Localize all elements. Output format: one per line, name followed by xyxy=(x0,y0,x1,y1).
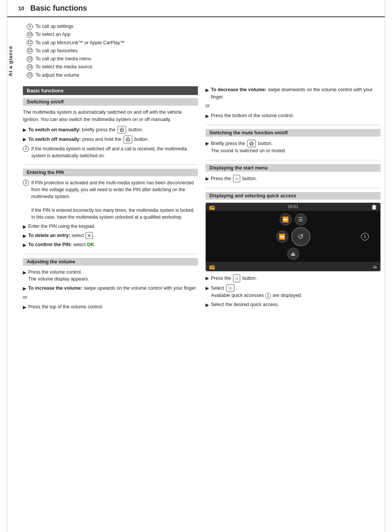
ctrl-btn-menu: ☰ xyxy=(295,213,307,226)
delete-entry-text: To delete an entry: select ✕. xyxy=(28,232,198,239)
mute-power-btn-icon: ⏻ xyxy=(247,140,256,148)
enter-pin-text: Enter the PIN using the keypad. xyxy=(28,223,198,230)
confirm-pin-bullet: ▶ To confirm the PIN: select OK. xyxy=(23,241,198,248)
screen-left-icon: 📻 xyxy=(209,204,215,210)
switch-on-label: To switch on manually: xyxy=(28,127,80,132)
bullet-arrow: ▶ xyxy=(23,304,26,311)
decrease-volume-label: To decrease the volume: xyxy=(211,87,267,92)
press-bottom-text: Press the bottom of the volume control. xyxy=(211,112,381,119)
bullet-arrow: ▶ xyxy=(23,223,26,230)
list-item: 9 To call up settings xyxy=(27,23,381,31)
start-menu-text: Press the ⌂ button. xyxy=(211,175,381,183)
switch-off-text: To switch off manually: press and hold t… xyxy=(28,135,198,143)
num-circle-10: 10 xyxy=(27,32,33,38)
pin-info-text1: If PIN protection is activated and the m… xyxy=(31,179,198,221)
ctrl-row1: ⏩ ☰ xyxy=(280,213,307,226)
left-column: Basic functions Switching on/off The mul… xyxy=(23,86,198,316)
screen-time: 10:51 xyxy=(288,204,299,210)
switch-on-text: To switch on manually: briefly press the… xyxy=(28,126,198,134)
confirm-pin-label: To confirm the PIN: xyxy=(28,242,72,247)
screen-right-icon: 📋 xyxy=(371,204,377,210)
bullet-arrow: ▶ xyxy=(206,301,209,308)
switch-info-text: If the multimedia system is switched off… xyxy=(31,145,198,159)
screen-body: ⏩ ☰ ⏪ ↺ ⏏ 1 xyxy=(206,211,380,262)
num-circle-15: 15 xyxy=(27,72,33,78)
sidebar-label: At a glance xyxy=(8,46,13,76)
num-circle-14: 14 xyxy=(27,64,33,70)
delete-entry-label: To delete an entry: xyxy=(28,233,70,238)
screen-top-bar: 📻 10:51 📋 xyxy=(206,203,380,211)
qa-star-icon: ☆ xyxy=(226,284,235,292)
switch-info-note: i If the multimedia system is switched o… xyxy=(23,145,198,159)
confirm-pin-text: To confirm the PIN: select OK. xyxy=(28,241,198,248)
quick-access-header: Displaying and selecting quick access xyxy=(206,192,381,200)
qa-press-text: Press the ⌂ button. xyxy=(211,274,381,282)
qa-press-bullet: ▶ Press the ⌂ button. xyxy=(206,274,381,282)
info-icon: i xyxy=(23,146,29,152)
mute-bullet: ▶ Briefly press the ⏻ button. The sound … xyxy=(206,140,381,155)
switch-off-bullet: ▶ To switch off manually: press and hold… xyxy=(23,135,198,143)
bullet-arrow: ▶ xyxy=(206,175,209,182)
circle-num-icon: 1 xyxy=(265,293,271,299)
bullet-arrow: ▶ xyxy=(206,87,209,94)
screen-controls: ⏩ ☰ ⏪ ↺ ⏏ xyxy=(276,213,310,260)
pin-info-note1: i If PIN protection is activated and the… xyxy=(23,179,198,221)
or-text1: or xyxy=(23,294,198,301)
numbered-list: 9 To call up settings 10 To select an Ap… xyxy=(27,23,381,79)
separator2 xyxy=(23,254,198,254)
quick-access-block: 📻 10:51 📋 ⏩ ☰ ⏪ xyxy=(206,203,381,308)
list-item: 15 To adjust the volume xyxy=(27,71,381,79)
right-column: ▶ To decrease the volume: swipe downward… xyxy=(206,86,381,316)
ctrl-btn-ff: ⏩ xyxy=(280,213,292,226)
switching-mute-block: ▶ Briefly press the ⏻ button. The sound … xyxy=(206,140,381,155)
mute-text: Briefly press the ⏻ button. The sound is… xyxy=(211,140,381,155)
switching-on-off-header: Switching on/off xyxy=(23,98,198,106)
page-border-left xyxy=(7,0,7,532)
bullet-arrow: ▶ xyxy=(23,285,26,292)
increase-volume-bullet: ▶ To increase the volume: swipe upwards … xyxy=(23,285,198,292)
page-border-right xyxy=(385,0,385,532)
bullet-arrow: ▶ xyxy=(206,285,209,292)
ctrl-btn-center: ↺ xyxy=(291,227,310,246)
switching-on-off-block: The multimedia system is automatically s… xyxy=(23,109,198,159)
adjusting-volume-header: Adjusting the volume xyxy=(23,258,198,266)
increase-volume-text: To increase the volume: swipe upwards on… xyxy=(28,285,198,292)
increase-volume-label: To increase the volume: xyxy=(28,285,82,291)
decrease-volume-text: To decrease the volume: swipe downwards … xyxy=(211,86,381,101)
num-circle-11: 11 xyxy=(27,40,33,46)
entering-pin-header: Entering the PIN xyxy=(23,169,198,176)
home-btn-icon: ⌂ xyxy=(233,175,240,183)
or-text2: or xyxy=(206,102,381,110)
press-volume-text: Press the volume control.The volume disp… xyxy=(28,269,198,283)
main-content: 9 To call up settings 10 To select an Ap… xyxy=(23,17,381,316)
qa-select-desired-bullet: ▶ Select the desired quick access. xyxy=(206,301,381,308)
screen-bottom-bar: 📻 ⏏ xyxy=(206,262,380,271)
screen-bottom-left-icon: 📻 xyxy=(209,264,215,269)
power-button-icon: ⏻ xyxy=(117,126,126,134)
list-item: 14 To select the media source xyxy=(27,63,381,71)
start-menu-block: ▶ Press the ⌂ button. xyxy=(206,175,381,183)
start-menu-bullet: ▶ Press the ⌂ button. xyxy=(206,175,381,183)
bullet-arrow: ▶ xyxy=(23,232,26,239)
switching-intro: The multimedia system is automatically s… xyxy=(23,109,198,124)
screen-bottom-right-icon: ⏏ xyxy=(373,264,377,269)
two-col-layout: Basic functions Switching on/off The mul… xyxy=(23,86,381,316)
list-item: 12 To call up favourites xyxy=(27,47,381,55)
press-volume-bullet: ▶ Press the volume control.The volume di… xyxy=(23,269,198,283)
switch-on-bullet: ▶ To switch on manually: briefly press t… xyxy=(23,126,198,134)
ok-value: OK xyxy=(87,242,94,247)
power-button-icon2: ⏻ xyxy=(124,135,132,143)
ctrl-row2: ⏪ ↺ xyxy=(276,227,310,246)
separator4 xyxy=(206,160,381,160)
num-circle-13: 13 xyxy=(27,56,33,62)
list-item: 13 To call up the media menu xyxy=(27,55,381,63)
num-circle-9: 9 xyxy=(27,24,33,30)
qa-select-desired-text: Select the desired quick access. xyxy=(211,301,381,308)
screenshot-inner: 📻 10:51 📋 ⏩ ☰ ⏪ xyxy=(206,203,380,271)
delete-entry-bullet: ▶ To delete an entry: select ✕. xyxy=(23,232,198,239)
start-menu-header: Displaying the start menu xyxy=(206,164,381,172)
basic-functions-header: Basic functions xyxy=(23,86,198,95)
info-icon2: i xyxy=(23,180,29,186)
qa-home-icon: ⌂ xyxy=(233,274,240,282)
bullet-arrow: ▶ xyxy=(206,140,209,147)
